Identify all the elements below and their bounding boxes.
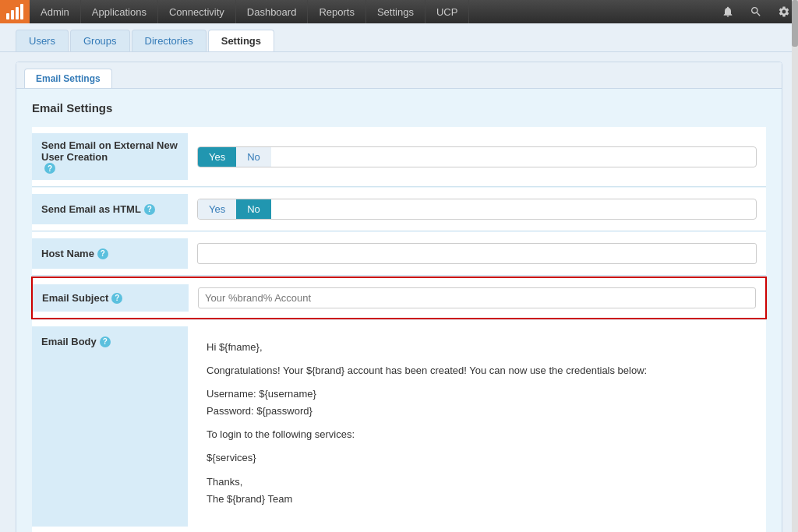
form-area: Email Settings Send Email on External Ne…: [16, 89, 782, 532]
tab-settings[interactable]: Settings: [208, 30, 274, 51]
email-body-line3: To login to the following services:: [207, 426, 747, 443]
hostname-help-icon[interactable]: ?: [97, 248, 108, 259]
notification-icon[interactable]: [714, 0, 742, 23]
send-email-no-button[interactable]: No: [236, 147, 271, 167]
inner-tabs: Email Settings: [16, 62, 782, 89]
nav-items: Admin Applications Connectivity Dashboar…: [30, 0, 714, 23]
send-email-yes-button[interactable]: Yes: [198, 147, 236, 167]
tab-directories[interactable]: Directories: [132, 30, 207, 51]
send-html-no-button[interactable]: No: [236, 199, 271, 219]
email-subject-input[interactable]: [198, 287, 756, 308]
send-email-help-icon[interactable]: ?: [44, 163, 55, 174]
send-email-toggle: Yes No: [197, 146, 757, 167]
hostname-input[interactable]: [197, 243, 757, 264]
scrollbar[interactable]: [792, 0, 798, 532]
top-navigation: Admin Applications Connectivity Dashboar…: [0, 0, 798, 23]
hostname-label: Host Name ?: [32, 238, 188, 269]
tab-users[interactable]: Users: [16, 30, 69, 51]
send-email-control: Yes No: [188, 142, 766, 172]
email-body-credentials: Username: ${username} Password: ${passwo…: [207, 386, 747, 420]
nav-item-settings[interactable]: Settings: [366, 0, 425, 23]
nav-item-reports[interactable]: Reports: [308, 0, 366, 23]
nav-item-dashboard[interactable]: Dashboard: [236, 0, 309, 23]
nav-item-applications[interactable]: Applications: [81, 0, 158, 23]
email-body-thanks: Thanks, The ${brand} Team: [207, 474, 747, 508]
email-body-row: Email Body ? Hi ${fname}, Congratulation…: [32, 320, 766, 532]
hostname-control: [188, 238, 766, 269]
send-html-row: Send Email as HTML ? Yes No: [32, 188, 766, 231]
logo-button[interactable]: [0, 0, 30, 23]
settings-card: Email Settings Email Settings Send Email…: [16, 62, 782, 532]
email-subject-row: Email Subject ?: [31, 277, 767, 319]
email-body-line2: Congratulations! Your ${brand} account h…: [207, 362, 747, 379]
send-html-label: Send Email as HTML ?: [32, 194, 188, 224]
send-html-help-icon[interactable]: ?: [144, 204, 155, 215]
tab-groups[interactable]: Groups: [70, 30, 130, 51]
send-email-row: Send Email on External New User Creation…: [32, 127, 766, 187]
email-body-text: Hi ${fname}, Congratulations! Your ${bra…: [197, 331, 757, 522]
nav-item-admin[interactable]: Admin: [30, 0, 81, 23]
search-icon[interactable]: [742, 0, 770, 23]
nav-item-connectivity[interactable]: Connectivity: [158, 0, 236, 23]
send-html-yes-button[interactable]: Yes: [198, 199, 236, 219]
sub-tabs: Users Groups Directories Settings: [0, 23, 798, 52]
email-subject-label: Email Subject ?: [33, 284, 189, 312]
tab-email-settings[interactable]: Email Settings: [24, 69, 112, 88]
email-subject-help-icon[interactable]: ?: [111, 293, 122, 304]
email-body-content: Hi ${fname}, Congratulations! Your ${bra…: [188, 326, 766, 527]
main-content: Email Settings Email Settings Send Email…: [0, 52, 798, 532]
send-html-toggle: Yes No: [197, 199, 757, 220]
email-body-services: ${services}: [207, 449, 747, 467]
email-body-help-icon[interactable]: ?: [100, 336, 111, 347]
email-body-line1: Hi ${fname},: [207, 339, 747, 356]
email-subject-control: [189, 284, 765, 312]
scrollbar-thumb[interactable]: [792, 0, 798, 47]
logo-icon: [6, 4, 23, 19]
nav-item-ucp[interactable]: UCP: [425, 0, 469, 23]
top-nav-right: [714, 0, 798, 23]
hostname-row: Host Name ?: [32, 232, 766, 276]
section-title: Email Settings: [32, 101, 766, 118]
email-body-label: Email Body ?: [32, 326, 188, 527]
send-html-control: Yes No: [188, 194, 766, 224]
send-email-label: Send Email on External New User Creation…: [32, 133, 188, 180]
